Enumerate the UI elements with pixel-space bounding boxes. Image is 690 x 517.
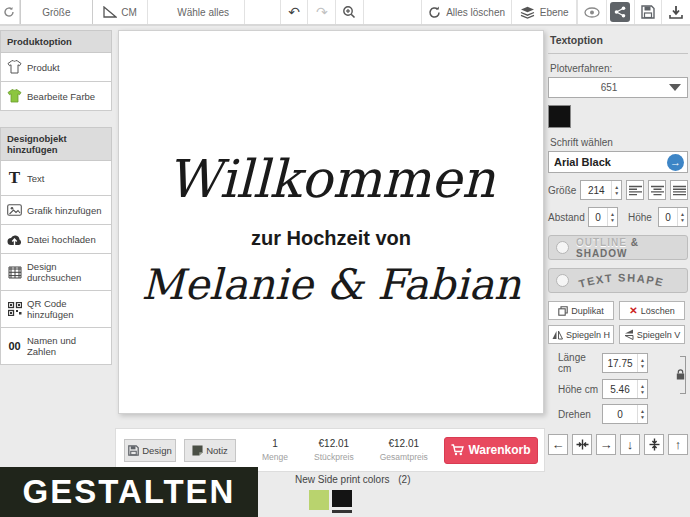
sidebar-item-edit-color[interactable]: Bearbeite Farbe <box>0 82 112 111</box>
outline-shadow-button[interactable]: OUTLINE & SHADOW <box>548 235 688 260</box>
select-all-button[interactable]: Wähle alles <box>162 0 245 24</box>
height-stepper[interactable]: ▲▼ <box>602 379 648 399</box>
download-icon <box>669 5 683 19</box>
tab-design[interactable]: Design <box>124 439 176 462</box>
letter-spacing-input[interactable] <box>589 208 607 226</box>
text-shape-button[interactable]: TEXT SHAPE <box>548 268 688 293</box>
unit-price-label: Stückpreis <box>314 452 354 462</box>
tab-note-label: Notiz <box>206 445 228 456</box>
sidebar-item-upload-file[interactable]: Datei hochladen <box>0 225 112 254</box>
stepper-arrows-icon[interactable]: ▲▼ <box>637 405 647 423</box>
height-input[interactable] <box>603 380 637 398</box>
center-horizontal-icon <box>576 439 589 450</box>
toolbar-gap-1 <box>148 0 162 24</box>
quantity-group: 1 Menge <box>262 438 288 462</box>
duplicate-button[interactable]: Duplikat <box>548 301 614 320</box>
move-right-button[interactable]: → <box>596 434 616 455</box>
reset-button[interactable] <box>0 0 20 24</box>
add-to-cart-label: Warenkorb <box>468 443 530 457</box>
stepper-arrows-icon[interactable]: ▲▼ <box>611 181 621 199</box>
sidebar-item-label: Produkt <box>27 62 60 73</box>
center-vertical-button[interactable] <box>644 434 664 455</box>
length-input[interactable] <box>603 354 637 372</box>
undo-button[interactable]: ↶ <box>281 0 309 24</box>
open-font-list-button[interactable]: → <box>667 154 684 171</box>
font-picker[interactable]: → <box>548 151 688 173</box>
font-size-input[interactable] <box>581 181 611 199</box>
add-to-cart-button[interactable]: Warenkorb <box>444 437 538 464</box>
line-height-input[interactable] <box>659 208 677 226</box>
sidebar-item-product[interactable]: Produkt <box>0 53 112 82</box>
clear-all-button[interactable]: Alles löschen <box>421 0 512 24</box>
unit-price-value: €12.01 <box>319 438 350 449</box>
section-header-add-design-object: Designobjekt hinzufügen <box>0 127 112 161</box>
unit-button[interactable]: CM <box>93 0 148 24</box>
plot-method-select[interactable]: 651 <box>548 77 688 98</box>
print-colors-panel: New Side print colors (2) <box>295 474 411 510</box>
stepper-arrows-icon[interactable]: ▲▼ <box>607 208 617 226</box>
sidebar-item-browse-designs[interactable]: Design durchsuchen <box>0 254 112 291</box>
delete-x-icon: ✕ <box>629 305 637 316</box>
text-color-swatch[interactable] <box>548 105 571 128</box>
quantity-value: 1 <box>272 438 278 449</box>
design-canvas[interactable]: Willkommen zur Hochzeit von Melanie & Fa… <box>118 30 544 414</box>
font-name-input[interactable] <box>549 156 667 168</box>
stepper-arrows-icon[interactable]: ▲▼ <box>677 208 687 226</box>
save-button[interactable] <box>635 0 663 24</box>
text-options-panel: Textoption Plotverfahren: 651 Schrift wä… <box>548 28 688 455</box>
canvas-text-line-1[interactable]: Willkommen <box>167 149 495 209</box>
font-size-stepper[interactable]: ▲▼ <box>580 180 622 200</box>
sidebar-item-add-graphic[interactable]: Grafik hinzufügen <box>0 196 112 225</box>
print-color-swatch-green[interactable] <box>309 490 329 510</box>
align-center-button[interactable] <box>648 180 666 200</box>
designer-app: Größe CM Wähle alles ↶ ↷ A <box>0 0 690 517</box>
mirror-horizontal-button[interactable]: Spiegeln H <box>548 325 614 344</box>
svg-text:TEXT SHAPE: TEXT SHAPE <box>577 271 665 289</box>
stepper-arrows-icon[interactable]: ▲▼ <box>637 380 647 398</box>
sidebar-item-names-numbers[interactable]: 00 Namen und Zahlen <box>0 328 112 365</box>
layer-button[interactable]: Ebene <box>512 0 577 24</box>
ruler-icon <box>103 6 117 18</box>
line-height-label: Höhe <box>628 212 654 223</box>
zoom-button[interactable] <box>336 0 364 24</box>
sidebar-item-text[interactable]: T Text <box>0 161 112 196</box>
size-button[interactable]: Größe <box>20 0 93 24</box>
letter-spacing-stepper[interactable]: ▲▼ <box>588 207 618 227</box>
sidebar-gap <box>0 111 112 125</box>
rotate-input[interactable] <box>603 405 637 423</box>
aspect-lock[interactable] <box>676 352 688 398</box>
copy-icon <box>558 306 568 316</box>
share-button[interactable] <box>607 0 635 24</box>
outline-shadow-toggle[interactable] <box>556 241 569 254</box>
size-button-label: Größe <box>42 7 70 18</box>
move-up-button[interactable]: ↑ <box>668 434 688 455</box>
move-left-button[interactable]: ← <box>548 434 568 455</box>
redo-icon: ↷ <box>316 5 328 19</box>
print-colors-label: New Side print colors <box>295 474 389 485</box>
move-down-button[interactable]: ↓ <box>620 434 640 455</box>
align-left-button[interactable] <box>626 180 644 200</box>
length-stepper[interactable]: ▲▼ <box>602 353 648 373</box>
panel-title: Textoption <box>548 28 688 54</box>
line-height-stepper[interactable]: ▲▼ <box>658 207 688 227</box>
rotate-stepper[interactable]: ▲▼ <box>602 404 648 424</box>
align-justify-button[interactable] <box>670 180 688 200</box>
sidebar-item-add-qr-code[interactable]: QR Code hinzufügen <box>0 291 112 328</box>
text-shape-toggle[interactable] <box>556 274 569 287</box>
tab-note[interactable]: Notiz <box>184 439 236 462</box>
print-colors-count: (2) <box>398 474 410 485</box>
print-color-swatch-black[interactable] <box>332 490 352 510</box>
canvas-text-line-3[interactable]: Melanie & Fabian <box>141 260 521 309</box>
delete-button[interactable]: ✕ Löschen <box>619 301 685 320</box>
mirror-vertical-button[interactable]: Spiegeln V <box>619 325 685 344</box>
cart-icon <box>451 444 464 456</box>
tshirt-color-icon <box>6 89 23 103</box>
preview-button[interactable] <box>577 0 607 24</box>
canvas-text-line-2[interactable]: zur Hochzeit von <box>251 227 411 250</box>
center-horizontal-button[interactable] <box>572 434 592 455</box>
stepper-arrows-icon[interactable]: ▲▼ <box>637 354 647 372</box>
redo-button[interactable]: ↷ <box>308 0 336 24</box>
eye-icon <box>584 7 600 18</box>
letter-spacing-label: Abstand <box>548 212 584 223</box>
download-button[interactable] <box>662 0 690 24</box>
